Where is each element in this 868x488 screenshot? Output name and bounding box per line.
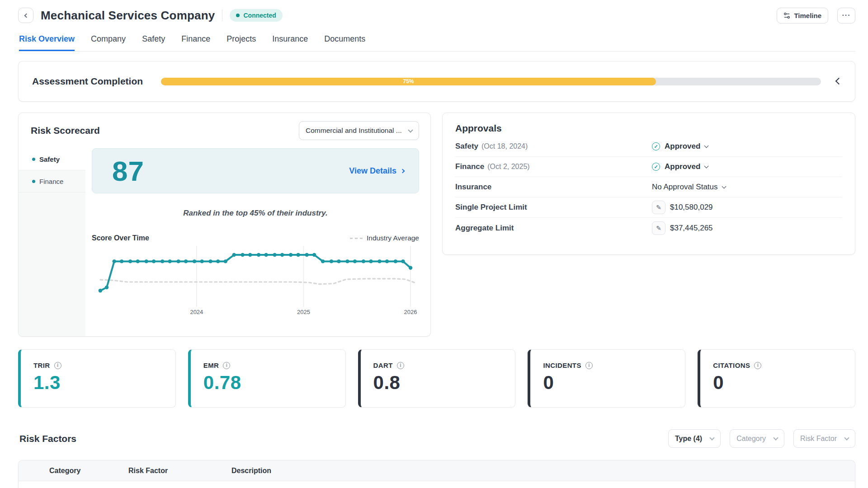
approvals-panel: Approvals Safety(Oct 18, 2024)✓ApprovedF…: [442, 113, 855, 255]
metric-label: EMR: [203, 361, 219, 369]
page-title: Mechanical Services Company: [41, 9, 215, 23]
metric-value: 1.3: [33, 372, 175, 394]
info-icon[interactable]: i: [54, 362, 61, 369]
assessment-progress-fill: 75%: [161, 78, 656, 85]
scorecard-side-tabs: SafetyFinance: [19, 148, 85, 337]
edit-button[interactable]: ✎: [652, 221, 665, 235]
assessment-progress-percent: 75%: [403, 78, 414, 84]
bullet-icon: [32, 180, 35, 183]
tab-finance[interactable]: Finance: [181, 34, 210, 51]
filter-label: Type (4): [675, 435, 702, 443]
approval-value-group[interactable]: ✎$10,580,029: [652, 201, 713, 214]
approval-status-dropdown[interactable]: ✓Approved: [652, 142, 708, 151]
timeline-button[interactable]: Timeline: [777, 8, 828, 23]
back-button[interactable]: [18, 8, 33, 23]
approval-label-group: Insurance: [455, 183, 652, 192]
metric-value: 0: [543, 372, 685, 394]
approval-date: (Oct 18, 2024): [481, 142, 528, 150]
tab-insurance[interactable]: Insurance: [272, 34, 308, 51]
risk-scorecard-panel: Risk Scorecard Commercial and Institutio…: [18, 113, 431, 337]
column-header-category: Category: [19, 467, 128, 475]
approval-status-dropdown[interactable]: No Approval Status: [652, 183, 726, 192]
scorecard-tab-finance[interactable]: Finance: [19, 170, 85, 192]
chevron-left-icon: [24, 13, 29, 18]
approval-status: Approved: [665, 142, 700, 151]
risk-scorecard-title: Risk Scorecard: [31, 125, 100, 136]
approval-value: $37,445,265: [670, 224, 713, 233]
approval-row-finance: Finance(Oct 2, 2025)✓Approved: [455, 157, 842, 177]
chevron-right-icon: [401, 169, 405, 173]
approval-label: Aggregate Limit: [455, 224, 514, 233]
metric-card-emr: EMRi0.78: [188, 349, 346, 408]
chevron-down-icon: [722, 184, 726, 189]
approval-row-single-project-limit: Single Project Limit✎$10,580,029: [455, 197, 842, 218]
title-divider: [222, 9, 222, 21]
filter-label: Risk Factor: [800, 435, 837, 443]
tab-risk-overview[interactable]: Risk Overview: [19, 34, 75, 51]
column-header-description: Description: [231, 467, 855, 475]
score-box: 87 View Details: [92, 148, 419, 193]
metric-card-dart: DARTi0.8: [358, 349, 516, 408]
approval-label-group: Aggregate Limit: [455, 224, 652, 233]
approval-row-aggregate-limit: Aggregate Limit✎$37,445,265: [455, 218, 842, 238]
approval-row-insurance: InsuranceNo Approval Status: [455, 177, 842, 197]
filter-dropdown-risk-factor[interactable]: Risk Factor: [793, 429, 855, 448]
metric-header: EMRi: [203, 361, 345, 369]
approval-row-safety: Safety(Oct 18, 2024)✓Approved: [455, 136, 842, 157]
svg-text:2026: 2026: [404, 309, 417, 315]
approval-status-dropdown[interactable]: ✓Approved: [652, 162, 708, 171]
info-icon[interactable]: i: [223, 362, 230, 369]
approval-label-group: Safety(Oct 18, 2024): [455, 142, 652, 151]
assessment-completion-title: Assessment Completion: [32, 76, 147, 87]
status-badge-label: Connected: [243, 12, 276, 19]
industry-rank-text: Ranked in the top 45% of their industry.: [92, 209, 419, 218]
metric-header: CITATIONSi: [713, 361, 855, 369]
assessment-completion-card: Assessment Completion 75%: [18, 61, 855, 102]
score-over-time-chart: 202420252026: [92, 245, 419, 317]
tab-projects[interactable]: Projects: [226, 34, 256, 51]
approval-status: Approved: [665, 162, 700, 171]
metric-label: DART: [373, 361, 393, 369]
tab-safety[interactable]: Safety: [142, 34, 165, 51]
chevron-down-icon: [408, 127, 413, 132]
metric-value: 0.78: [203, 372, 345, 394]
timeline-icon: [783, 12, 790, 19]
chevron-down-icon: [704, 164, 709, 169]
risk-factors-filters: Type (4)CategoryRisk Factor: [668, 429, 855, 448]
assessment-collapse-button[interactable]: [836, 78, 841, 85]
scorecard-tab-safety[interactable]: Safety: [19, 148, 85, 170]
tab-company[interactable]: Company: [91, 34, 126, 51]
info-icon[interactable]: i: [754, 362, 761, 369]
more-button[interactable]: ···: [837, 8, 855, 23]
chevron-down-icon: [773, 435, 778, 440]
info-icon[interactable]: i: [585, 362, 593, 369]
tab-bar: Risk OverviewCompanySafetyFinanceProject…: [19, 34, 855, 52]
filter-dropdown-category[interactable]: Category: [730, 429, 784, 448]
metric-card-citations: CITATIONSi0: [698, 349, 855, 408]
info-icon[interactable]: i: [397, 362, 404, 369]
approvals-title: Approvals: [455, 123, 842, 134]
industry-dropdown[interactable]: Commercial and Institutional ...: [299, 121, 419, 140]
metric-label: CITATIONS: [713, 361, 750, 369]
metric-label: INCIDENTS: [543, 361, 581, 369]
risk-factors-table: CategoryRisk FactorDescription ⚑CompanyL…: [18, 460, 855, 488]
filter-dropdown-type-4[interactable]: Type (4): [668, 429, 721, 448]
check-circle-icon: ✓: [652, 142, 660, 150]
approval-date: (Oct 2, 2025): [487, 163, 529, 171]
tab-documents[interactable]: Documents: [324, 34, 365, 51]
scorecard-tab-label: Safety: [39, 155, 60, 163]
chevron-down-icon: [844, 435, 849, 440]
status-dot-icon: [236, 14, 240, 17]
approval-label-group: Single Project Limit: [455, 203, 652, 212]
status-badge: Connected: [230, 9, 282, 22]
approval-label: Finance: [455, 162, 484, 171]
check-circle-icon: ✓: [652, 163, 660, 171]
svg-text:2024: 2024: [190, 309, 203, 315]
chart-title: Score Over Time: [92, 234, 149, 242]
chevron-down-icon: [710, 435, 715, 440]
table-row[interactable]: ⚑CompanyLaborCompany uses greater than 2…: [19, 481, 855, 488]
edit-button[interactable]: ✎: [652, 201, 665, 214]
metric-cards-row: TRIRi1.3EMRi0.78DARTi0.8INCIDENTSi0CITAT…: [18, 349, 855, 408]
view-details-link[interactable]: View Details: [349, 166, 404, 176]
approval-value-group[interactable]: ✎$37,445,265: [652, 221, 713, 235]
